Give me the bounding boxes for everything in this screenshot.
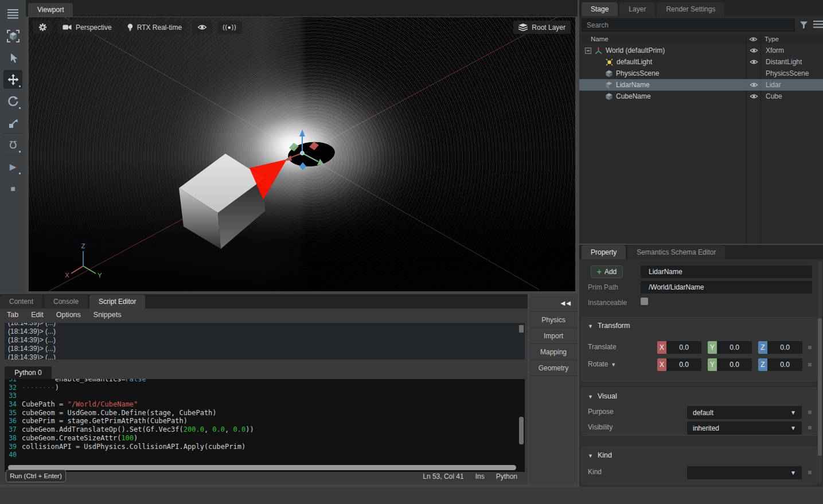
stage-row-CubeName[interactable]: CubeNameCube xyxy=(579,91,823,102)
gear-icon xyxy=(38,23,47,32)
purpose-dropdown[interactable]: default ▼ xyxy=(687,406,802,419)
prim-cube-icon xyxy=(606,81,613,89)
tab-viewport[interactable]: Viewport xyxy=(28,3,73,17)
visual-section-header[interactable]: ▼Visual xyxy=(588,392,617,400)
tool-select-mode-button[interactable] xyxy=(3,26,22,45)
tab-semantics-schema-editor[interactable]: Semantics Schema Editor xyxy=(627,245,725,259)
side-tab-geometry[interactable]: Geometry xyxy=(529,360,578,376)
scrollbar-handle[interactable] xyxy=(818,318,822,456)
prim-name-field[interactable] xyxy=(641,265,812,278)
tool-move-button[interactable] xyxy=(3,70,22,89)
code-editor[interactable]: 31 enable_semantics=False32········)3334… xyxy=(5,379,525,472)
stage-row-label: defaultLight xyxy=(617,58,652,66)
visibility-eye-cell[interactable] xyxy=(747,59,760,65)
stage-tabbar: Stage Layer Render Settings xyxy=(579,0,823,16)
side-tab-mapping[interactable]: Mapping xyxy=(529,343,578,360)
add-property-button[interactable]: + Add xyxy=(591,265,623,278)
eye-column-icon xyxy=(749,36,758,42)
expander-icon[interactable] xyxy=(585,48,591,54)
tool-snap-button[interactable]: Ω xyxy=(3,135,22,154)
code-line: 37cubeGeom.AddTranslateOp().Set(Gf.Vec3f… xyxy=(5,425,525,434)
menu-tab[interactable]: Tab xyxy=(7,311,18,319)
prim-path-field[interactable] xyxy=(641,281,812,294)
eye-icon[interactable] xyxy=(750,48,758,53)
rotate-z-field[interactable]: 0.0 xyxy=(767,358,802,371)
root-layer-button[interactable]: Root Layer xyxy=(513,21,571,34)
side-tab-physics[interactable]: Physics xyxy=(529,311,578,327)
menu-snippets[interactable]: Snippets xyxy=(93,311,122,319)
axis-group-x: X0.0 xyxy=(657,358,701,371)
kind-section: ▼Kind Kind ▼ xyxy=(582,447,817,485)
axis-y-badge: Y xyxy=(708,358,717,371)
stage-row-World[interactable]: World (defaultPrim)Xform xyxy=(579,45,823,56)
viewport-3d[interactable]: Z X Y xyxy=(29,17,575,291)
collapse-panel-button[interactable]: ◀◀ xyxy=(529,294,578,311)
eye-icon[interactable] xyxy=(750,82,758,88)
tool-scale-button[interactable] xyxy=(3,114,22,132)
tab-property[interactable]: Property xyxy=(582,245,626,259)
instanceable-checkbox[interactable] xyxy=(641,298,648,305)
rotate-label[interactable]: Rotate▼ xyxy=(588,360,616,368)
viewport-settings-button[interactable] xyxy=(33,21,52,34)
rotate-x-field[interactable]: 0.0 xyxy=(666,358,701,371)
stage-row-name-cell: World (defaultPrim) xyxy=(579,46,747,54)
axis-group-y: Y0.0 xyxy=(708,358,752,371)
stage-row-LidarName[interactable]: LidarNameLidar xyxy=(579,79,823,91)
default-indicator xyxy=(808,363,812,366)
tab-layer[interactable]: Layer xyxy=(619,2,655,16)
console-scrollbar-handle[interactable] xyxy=(519,325,524,333)
visibility-menu-button[interactable] xyxy=(192,21,212,34)
stage-row-PhysicsScene[interactable]: PhysicsScenePhysicsScene xyxy=(579,68,823,79)
tool-menu-button[interactable] xyxy=(3,5,22,24)
tool-stop-button[interactable]: ■ xyxy=(3,179,22,198)
translate-z-field[interactable]: 0.0 xyxy=(767,341,802,354)
kind-section-header[interactable]: ▼Kind xyxy=(588,451,612,459)
xform-icon xyxy=(595,47,602,54)
tab-stage[interactable]: Stage xyxy=(582,2,618,16)
menu-edit[interactable]: Edit xyxy=(31,311,44,319)
console-output[interactable]: (18:14:39)> (...)(18:14:39)> (...)(18:14… xyxy=(5,323,525,360)
transform-section-header[interactable]: ▼Transform xyxy=(588,322,630,330)
hamburger-icon xyxy=(7,9,19,19)
script-editor-menubar: Tab Edit Options Snippets xyxy=(0,308,528,321)
translate-x-field[interactable]: 0.0 xyxy=(666,341,701,354)
menu-options[interactable]: Options xyxy=(56,311,81,319)
script-tab-python-0[interactable]: Python 0 xyxy=(5,366,52,379)
tool-cursor-button[interactable] xyxy=(3,48,22,67)
camera-icon xyxy=(63,24,72,30)
visibility-dropdown[interactable]: inherited ▼ xyxy=(687,421,802,435)
tab-console[interactable]: Console xyxy=(44,295,88,308)
code-vertical-scrollbar-handle[interactable] xyxy=(519,417,524,444)
root-layer-label: Root Layer xyxy=(532,24,565,32)
eye-icon[interactable] xyxy=(750,59,758,65)
tab-render-settings[interactable]: Render Settings xyxy=(657,2,724,16)
eye-icon[interactable] xyxy=(750,93,758,99)
stage-options-button[interactable] xyxy=(813,21,823,28)
code-horizontal-scrollbar-handle[interactable] xyxy=(8,465,516,470)
tab-content[interactable]: Content xyxy=(0,295,42,308)
axis-x-badge: X xyxy=(657,341,666,354)
run-button[interactable]: Run (Ctrl + Enter) xyxy=(6,470,66,482)
property-scrollbar[interactable] xyxy=(818,261,822,483)
property-panel: Property Semantics Schema Editor + Add P… xyxy=(579,245,823,487)
console-line: (18:14:39)> (...) xyxy=(8,345,525,353)
visibility-value: inherited xyxy=(693,424,719,432)
visibility-eye-cell[interactable] xyxy=(747,48,760,53)
camera-selector-button[interactable]: Perspective xyxy=(57,21,117,34)
rotate-y-field[interactable]: 0.0 xyxy=(717,358,752,371)
side-tab-import[interactable]: Import xyxy=(529,327,578,343)
search-input[interactable] xyxy=(582,18,795,32)
tool-rotate-button[interactable] xyxy=(3,92,22,111)
filter-button[interactable] xyxy=(799,21,808,29)
visibility-eye-cell[interactable] xyxy=(747,82,760,88)
kind-dropdown[interactable]: ▼ xyxy=(687,466,802,479)
render-mode-button[interactable]: RTX Real-time xyxy=(122,21,187,34)
visibility-eye-cell[interactable] xyxy=(747,93,760,99)
tab-script-editor[interactable]: Script Editor xyxy=(89,295,145,308)
translate-y-field[interactable]: 0.0 xyxy=(717,341,752,354)
collapse-triangle-icon: ▼ xyxy=(588,394,593,400)
waypoint-button[interactable]: ((●)) xyxy=(217,21,241,34)
visual-title: Visual xyxy=(598,392,617,400)
tool-play-button[interactable]: ▶ xyxy=(3,157,22,176)
stage-row-defaultLight[interactable]: defaultLightDistantLight xyxy=(579,56,823,68)
